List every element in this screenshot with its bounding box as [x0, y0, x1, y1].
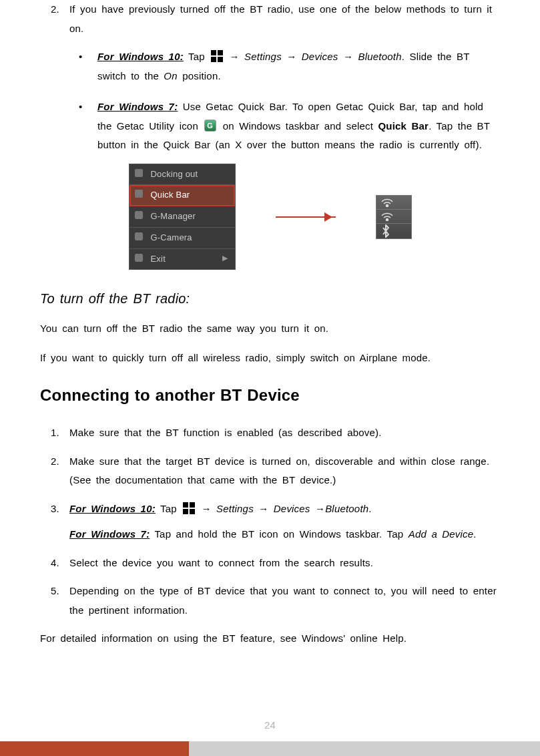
- bullet-body: For Windows 10: Tap → Settings → Devices…: [97, 47, 500, 85]
- step-text: Make sure that the BT function is enable…: [69, 423, 500, 443]
- svg-point-1: [386, 218, 388, 220]
- menu-item-exit: Exit: [129, 249, 235, 270]
- add-device-label: Add a Device: [409, 528, 474, 540]
- bullet-win7: • For Windows 7: Use Getac Quick Bar. To…: [79, 98, 500, 155]
- arrow-icon: →: [254, 503, 274, 514]
- step-number: 2.: [51, 452, 69, 490]
- menu-item-g-camera: G-Camera: [129, 228, 235, 249]
- text: Tap: [184, 51, 210, 62]
- paragraph: You can turn off the BT radio the same w…: [40, 319, 500, 339]
- win10-label: For Windows 10:: [97, 51, 184, 62]
- footer-bar: [0, 741, 540, 756]
- bullet-body: For Windows 7: Use Getac Quick Bar. To o…: [97, 98, 500, 155]
- menu-item-docking-out: Docking out: [129, 164, 235, 186]
- step-text: Select the device you want to connect fr…: [69, 554, 500, 573]
- bluetooth-icon: [376, 224, 411, 238]
- arrow-icon: →: [315, 503, 325, 514]
- step-number: 3.: [51, 500, 69, 544]
- text: position.: [178, 70, 221, 81]
- step-5: 5. Depending on the type of BT device th…: [51, 582, 500, 620]
- settings-label: Settings: [244, 51, 282, 62]
- step-number: 4.: [51, 554, 69, 573]
- bullet-win10: • For Windows 10: Tap → Settings → Devic…: [79, 47, 500, 85]
- wifi-icon: [376, 196, 411, 210]
- step-text: Make sure that the target BT device is t…: [69, 452, 500, 490]
- footer-gray: [189, 741, 540, 756]
- arrow-icon: →: [224, 51, 244, 62]
- paragraph: If you want to quickly turn off all wire…: [40, 349, 500, 368]
- text: on Windows taskbar and select: [218, 120, 378, 132]
- menu-item-quick-bar: Quick Bar: [129, 185, 235, 206]
- step-3: 3. For Windows 10: Tap → Settings → Devi…: [51, 500, 500, 544]
- bluetooth-label: Bluetooth: [325, 503, 368, 514]
- step-number: 2.: [51, 0, 69, 38]
- connecting-heading: Connecting to another BT Device: [40, 380, 500, 411]
- quick-bar-illustration: Docking out Quick Bar G-Manager G-Camera…: [40, 167, 500, 267]
- text: Tap and hold the BT icon on Windows task…: [150, 528, 408, 540]
- bullet-icon: •: [79, 47, 97, 85]
- windows-start-icon: [211, 50, 223, 62]
- step-body: For Windows 10: Tap → Settings → Devices…: [69, 500, 500, 544]
- step-4: 4. Select the device you want to connect…: [51, 554, 500, 573]
- step-text: If you have previously turned off the BT…: [69, 0, 500, 38]
- arrow-icon: →: [282, 51, 302, 62]
- settings-label: Settings: [216, 503, 254, 514]
- arrow-icon: →: [338, 51, 358, 62]
- step-number: 1.: [51, 423, 69, 443]
- step-2: 2. If you have previously turned off the…: [51, 0, 500, 38]
- step-2: 2. Make sure that the target BT device i…: [51, 452, 500, 490]
- text: .: [368, 503, 371, 514]
- paragraph: For detailed information on using the BT…: [40, 629, 500, 648]
- svg-point-0: [386, 204, 388, 206]
- text: .: [473, 528, 476, 540]
- context-menu: Docking out Quick Bar G-Manager G-Camera…: [129, 164, 236, 270]
- devices-label: Devices: [302, 51, 338, 62]
- quick-bar-panel: [376, 195, 412, 239]
- red-arrow-icon: [276, 216, 336, 218]
- step-text: Depending on the type of BT device that …: [69, 582, 500, 620]
- page-number: 24: [0, 716, 540, 735]
- bullet-icon: •: [79, 98, 97, 155]
- step-1: 1. Make sure that the BT function is ena…: [51, 423, 500, 443]
- wifi-icon: [376, 210, 411, 224]
- bluetooth-label: Bluetooth: [358, 51, 402, 62]
- turn-off-heading: To turn off the BT radio:: [40, 286, 500, 311]
- menu-item-g-manager: G-Manager: [129, 206, 235, 228]
- quick-bar-label: Quick Bar: [378, 120, 429, 132]
- win10-label: For Windows 10:: [69, 503, 156, 514]
- getac-utility-icon: [204, 120, 216, 132]
- step-number: 5.: [51, 582, 69, 620]
- win7-label: For Windows 7:: [69, 528, 150, 540]
- text: Tap: [156, 503, 182, 514]
- devices-label: Devices: [274, 503, 315, 514]
- windows-start-icon: [183, 502, 195, 514]
- arrow-icon: →: [196, 503, 216, 514]
- footer-red: [0, 741, 189, 756]
- win7-label: For Windows 7:: [97, 101, 178, 112]
- on-label: On: [164, 70, 177, 81]
